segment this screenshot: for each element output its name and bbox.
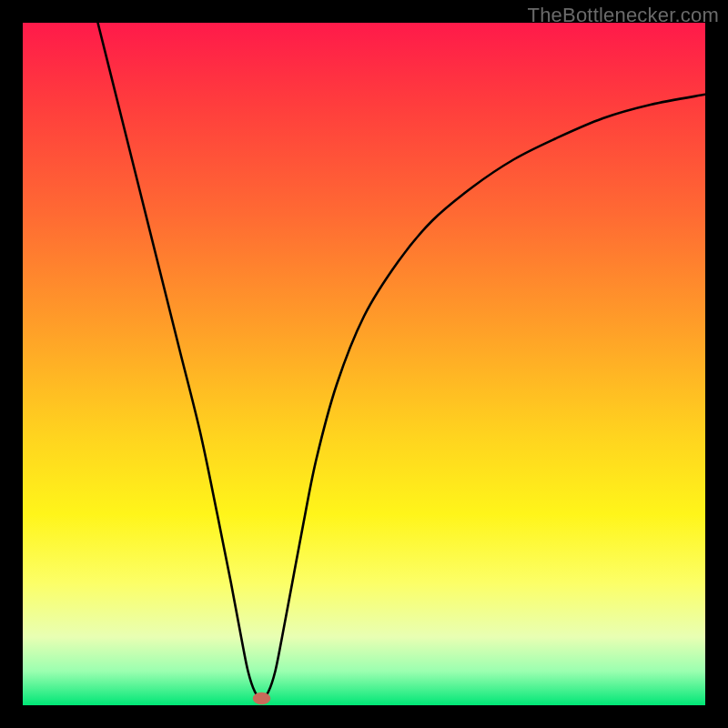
optimal-point-marker: [253, 693, 271, 705]
chart-frame: TheBottlenecker.com: [0, 0, 728, 728]
plot-area: [23, 23, 705, 705]
bottleneck-curve: [98, 23, 706, 699]
chart-svg: [23, 23, 705, 705]
watermark-text: TheBottlenecker.com: [528, 4, 719, 27]
